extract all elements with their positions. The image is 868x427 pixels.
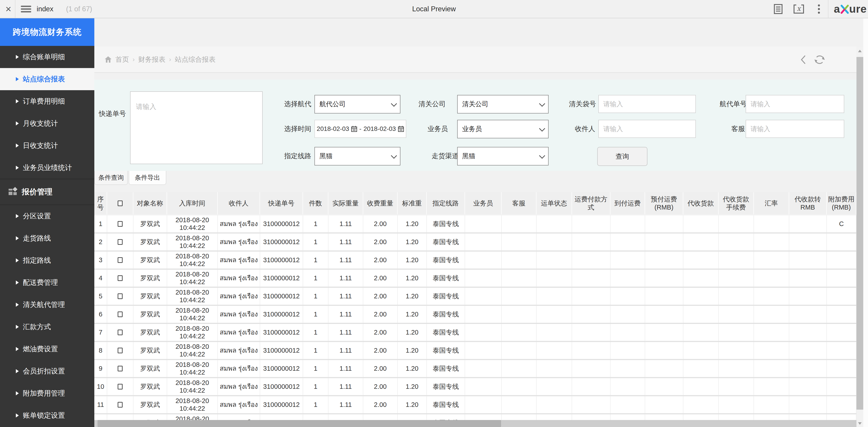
row-checkbox[interactable] [118, 366, 123, 371]
sidebar-item-12[interactable]: 清关航代管理 [0, 294, 94, 316]
row-checkbox[interactable] [118, 384, 123, 390]
notes-icon[interactable] [771, 0, 785, 18]
table-cell: สมพล รุ่งเรือง [218, 378, 260, 395]
table-row[interactable]: 11罗双武2018-08-20 10:44:22สมพล รุ่งเรือง31… [94, 396, 857, 414]
breadcrumb-item[interactable]: 首页 [115, 55, 129, 64]
row-checkbox[interactable] [118, 330, 123, 335]
airline-select[interactable]: 航代公司 [314, 95, 400, 113]
sidebar-item-2[interactable]: 站点综合报表 [0, 68, 94, 90]
start-date[interactable]: 2018-02-03 [317, 125, 349, 132]
close-icon[interactable]: × [2, 0, 14, 18]
sidebar-item-7[interactable]: 报价管理 [0, 179, 94, 205]
end-date[interactable]: 2018-02-03 [364, 125, 396, 132]
sidebar-item-8[interactable]: 分区设置 [0, 205, 94, 227]
table-cell: 1.20 [398, 233, 427, 251]
sidebar-item-11[interactable]: 配送费管理 [0, 271, 94, 294]
table-cell [611, 252, 645, 268]
row-checkbox[interactable] [118, 275, 123, 281]
service-input[interactable] [746, 120, 844, 138]
horizontal-scrollbar-thumb[interactable] [97, 420, 501, 427]
table-row[interactable]: 1罗双武2018-08-20 10:44:22สมพล รุ่งเรือง310… [94, 216, 857, 233]
table-row[interactable]: 2罗双武2018-08-20 10:44:22สมพล รุ่งเรือง310… [94, 233, 857, 252]
table-cell [572, 414, 611, 420]
table-cell [611, 288, 645, 305]
tab-condition-query[interactable]: 条件查询 [94, 171, 128, 185]
sidebar-item-5[interactable]: 日收支统计 [0, 134, 94, 157]
column-header: 到付运费 [611, 192, 645, 214]
row-checkbox[interactable] [118, 311, 123, 317]
table-cell: 1.20 [398, 378, 427, 395]
table-row[interactable]: 7罗双武2018-08-20 10:44:22สมพล รุ่งเรือง310… [94, 324, 857, 342]
table-row[interactable]: 5罗双武2018-08-20 10:44:22สมพล รุ่งเรือง310… [94, 288, 857, 306]
table-row[interactable]: 12罗双武2018-08-20 10:44:22สมพล รุ่งเรือง31… [94, 414, 857, 420]
breadcrumb-item[interactable]: 财务报表 [138, 55, 165, 64]
table-cell [789, 252, 827, 268]
vertical-scrollbar[interactable] [857, 46, 863, 420]
table-row[interactable]: 10罗双武2018-08-20 10:44:22สมพล รุ่งเรือง31… [94, 378, 857, 396]
scrollbar-corner[interactable] [857, 420, 863, 427]
table-cell: 1 [303, 270, 329, 287]
column-header: 指定线路 [427, 192, 465, 214]
table-cell: 2018-08-20 10:44:22 [167, 288, 218, 305]
salesman-select[interactable]: 业务员 [457, 120, 549, 138]
table-cell [683, 288, 719, 305]
row-checkbox[interactable] [118, 221, 123, 227]
sidebar-item-3[interactable]: 订单费用明细 [0, 90, 94, 112]
scroll-up-arrow-icon[interactable] [858, 50, 862, 52]
sidebar-item-16[interactable]: 附加费用管理 [0, 382, 94, 404]
customs-company-select[interactable]: 清关公司 [457, 95, 549, 113]
row-checkbox[interactable] [118, 257, 123, 263]
table-cell [789, 324, 827, 341]
table-cell: 2018-08-20 10:44:22 [167, 324, 218, 341]
sidebar-item-4[interactable]: 月收支统计 [0, 112, 94, 134]
refresh-icon[interactable] [814, 54, 826, 66]
breadcrumb-item[interactable]: 站点综合报表 [175, 55, 216, 64]
variables-icon[interactable]: x [791, 0, 806, 18]
tab-condition-export[interactable]: 条件导出 [129, 171, 166, 185]
sidebar-item-9[interactable]: 走货路线 [0, 227, 94, 249]
table-cell [645, 342, 683, 359]
horizontal-scrollbar[interactable] [94, 420, 857, 427]
table-row[interactable]: 9罗双武2018-08-20 10:44:22สมพล รุ่งเรือง310… [94, 360, 857, 378]
right-gutter [863, 18, 868, 427]
channel-select[interactable]: 黑猫 [457, 147, 549, 165]
table-row[interactable]: 4罗双武2018-08-20 10:44:22สมพล รุ่งเรือง310… [94, 270, 857, 288]
table-cell: 1.20 [398, 270, 427, 287]
table-cell [683, 360, 719, 377]
row-checkbox[interactable] [118, 293, 123, 299]
table-cell [789, 414, 827, 420]
airline-no-input[interactable] [746, 95, 844, 113]
receiver-input[interactable] [598, 120, 696, 138]
table-cell [645, 252, 683, 268]
back-icon[interactable] [800, 55, 807, 66]
table-cell: 2.00 [363, 360, 398, 377]
table-row[interactable]: 8罗双武2018-08-20 10:44:22สมพล รุ่งเรือง310… [94, 342, 857, 360]
sidebar-item-1[interactable]: 综合账单明细 [0, 46, 94, 68]
menu-icon[interactable] [21, 6, 31, 12]
date-range-picker[interactable]: 2018-02-03 - 2018-02-03 [314, 120, 406, 138]
search-button[interactable]: 查询 [597, 147, 647, 166]
route-select[interactable]: 黑猫 [314, 147, 400, 165]
row-checkbox[interactable] [118, 402, 123, 407]
table-cell [789, 396, 827, 413]
sidebar-item-15[interactable]: 会员折扣设置 [0, 360, 94, 382]
table-cell: 罗双武 [133, 360, 167, 377]
vertical-scrollbar-thumb[interactable] [857, 57, 863, 409]
table-cell: 1.11 [329, 342, 363, 359]
table-cell [789, 306, 827, 323]
sidebar-item-17[interactable]: 账单锁定设置 [0, 404, 94, 427]
express-no-textarea[interactable] [130, 91, 262, 164]
customs-bag-input[interactable] [598, 95, 696, 113]
sidebar-item-14[interactable]: 燃油费设置 [0, 338, 94, 360]
table-cell: 泰国专线 [427, 270, 465, 287]
sidebar-item-13[interactable]: 汇款方式 [0, 316, 94, 338]
sidebar-item-10[interactable]: 指定路线 [0, 249, 94, 271]
sidebar-item-6[interactable]: 业务员业绩统计 [0, 157, 94, 179]
select-all-checkbox[interactable] [118, 200, 123, 206]
table-row[interactable]: 6罗双武2018-08-20 10:44:22สมพล รุ่งเรือง310… [94, 306, 857, 324]
row-checkbox[interactable] [118, 239, 123, 245]
scroll-down-arrow-icon[interactable] [858, 422, 862, 425]
table-row[interactable]: 3罗双武2018-08-20 10:44:22สมพล รุ่งเรือง310… [94, 252, 857, 270]
row-checkbox[interactable] [118, 348, 123, 353]
kebab-menu-icon[interactable] [814, 0, 824, 18]
